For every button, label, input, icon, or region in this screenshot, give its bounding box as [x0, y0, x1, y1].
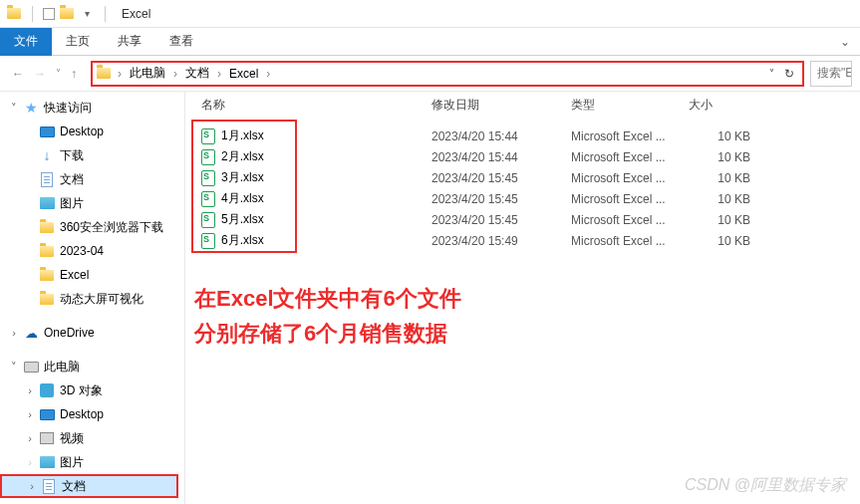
- folder-icon[interactable]: [6, 6, 22, 22]
- folder-icon: [38, 218, 56, 236]
- breadcrumb-sep[interactable]: ›: [115, 67, 125, 81]
- star-icon: ★: [22, 99, 40, 117]
- sidebar-documents[interactable]: 文档: [0, 167, 184, 191]
- sidebar-this-pc[interactable]: ˅ 此电脑: [0, 355, 184, 378]
- file-size: 10 KB: [689, 129, 768, 143]
- folder-icon: [38, 290, 56, 308]
- window-title: Excel: [118, 7, 150, 21]
- ribbon-tabs: 文件 主页 共享 查看 ⌄: [0, 28, 860, 56]
- picture-icon: [38, 453, 56, 471]
- sidebar-label: 图片: [58, 195, 84, 212]
- file-date: 2023/4/20 15:44: [431, 150, 571, 164]
- sidebar-pc-documents[interactable]: › 文档: [0, 474, 178, 498]
- breadcrumb-sep[interactable]: ›: [170, 67, 180, 81]
- sidebar-desktop[interactable]: Desktop: [0, 120, 184, 143]
- picture-icon: [38, 194, 56, 212]
- navigation-pane: ˅ ★ 快速访问 Desktop ↓ 下载 文档 图片 360安全浏览器下载: [0, 92, 185, 504]
- up-button[interactable]: ↑: [71, 67, 77, 81]
- divider: [105, 6, 106, 22]
- sidebar-folder-360[interactable]: 360安全浏览器下载: [0, 215, 184, 239]
- titlebar: ▾ Excel: [0, 0, 860, 28]
- tab-share[interactable]: 共享: [104, 28, 155, 56]
- col-size[interactable]: 大小: [689, 97, 768, 114]
- excel-icon: [201, 212, 215, 228]
- col-date[interactable]: 修改日期: [431, 97, 571, 114]
- file-size: 10 KB: [689, 192, 768, 206]
- file-date: 2023/4/20 15:49: [431, 234, 571, 248]
- file-type: Microsoft Excel ...: [571, 150, 689, 164]
- refresh-icon[interactable]: ↻: [784, 67, 794, 81]
- sidebar-label: 下载: [58, 147, 84, 164]
- expand-icon[interactable]: ›: [24, 384, 36, 396]
- address-bar[interactable]: › 此电脑 › 文档 › Excel › ˅ ↻: [91, 61, 804, 87]
- back-button[interactable]: ←: [12, 67, 24, 81]
- file-date: 2023/4/20 15:45: [431, 171, 571, 185]
- sidebar-folder-date[interactable]: 2023-04: [0, 239, 184, 263]
- collapse-icon[interactable]: ˅: [8, 102, 20, 115]
- sidebar-folder-excel[interactable]: Excel: [0, 263, 184, 287]
- sidebar-onedrive[interactable]: › ☁ OneDrive: [0, 321, 184, 345]
- excel-icon: [201, 128, 215, 144]
- sidebar-label: 文档: [60, 478, 86, 495]
- sidebar-label: 文档: [58, 171, 84, 188]
- sidebar-label: Excel: [58, 268, 89, 282]
- breadcrumb-item[interactable]: 文档: [182, 65, 212, 82]
- breadcrumb-sep[interactable]: ›: [263, 67, 273, 81]
- sidebar-pc-desktop[interactable]: › Desktop: [0, 402, 184, 426]
- cloud-icon: ☁: [22, 324, 40, 342]
- breadcrumb-item[interactable]: Excel: [226, 67, 261, 81]
- dropdown-icon[interactable]: ˅: [769, 68, 774, 79]
- excel-icon: [201, 149, 215, 165]
- expand-icon[interactable]: ›: [24, 456, 36, 468]
- divider: [32, 6, 33, 22]
- folder-icon: [97, 68, 111, 79]
- forward-button[interactable]: →: [34, 67, 46, 81]
- sidebar-label: OneDrive: [42, 326, 95, 340]
- folder-icon: [38, 266, 56, 284]
- tab-view[interactable]: 查看: [155, 28, 207, 56]
- sidebar-folder-viz[interactable]: 动态大屏可视化: [0, 287, 184, 311]
- collapse-icon[interactable]: ˅: [8, 361, 20, 374]
- expand-icon[interactable]: ›: [24, 408, 36, 420]
- sidebar-pc-pictures[interactable]: › 图片: [0, 450, 184, 474]
- expand-icon[interactable]: ›: [8, 327, 20, 339]
- folder-icon: [38, 242, 56, 260]
- file-date: 2023/4/20 15:44: [431, 129, 571, 143]
- excel-icon: [201, 233, 215, 249]
- document-icon: [40, 477, 58, 495]
- sidebar-pictures[interactable]: 图片: [0, 191, 184, 215]
- sidebar-quick-access[interactable]: ˅ ★ 快速访问: [0, 96, 184, 120]
- ribbon-expand-icon[interactable]: ⌄: [840, 35, 850, 49]
- sidebar-label: 视频: [58, 430, 84, 447]
- tab-home[interactable]: 主页: [52, 28, 104, 56]
- sidebar-videos[interactable]: › 视频: [0, 426, 184, 450]
- desktop-icon: [38, 123, 56, 140]
- col-type[interactable]: 类型: [571, 97, 689, 114]
- col-name[interactable]: 名称: [185, 97, 431, 114]
- file-type: Microsoft Excel ...: [571, 234, 689, 248]
- sidebar-3d-objects[interactable]: › 3D 对象: [0, 378, 184, 402]
- expand-icon[interactable]: ›: [26, 480, 38, 492]
- file-type: Microsoft Excel ...: [571, 213, 689, 227]
- new-folder-icon[interactable]: [59, 6, 75, 22]
- breadcrumb-item[interactable]: 此电脑: [127, 65, 168, 82]
- breadcrumb: › 此电脑 › 文档 › Excel ›: [115, 65, 273, 82]
- search-input[interactable]: 搜索"E: [810, 61, 852, 87]
- annotation-line: 分别存储了6个月销售数据: [194, 316, 461, 351]
- dropdown-icon[interactable]: ▾: [79, 6, 95, 22]
- excel-icon: [201, 170, 215, 186]
- sidebar-label: 此电脑: [42, 359, 80, 376]
- excel-icon: [201, 191, 215, 207]
- recent-dropdown[interactable]: ˅: [56, 68, 61, 79]
- quick-access-toolbar: ▾: [0, 6, 118, 22]
- sidebar-label: 图片: [58, 454, 84, 471]
- properties-icon[interactable]: [43, 8, 55, 20]
- breadcrumb-sep[interactable]: ›: [214, 67, 224, 81]
- sidebar-downloads[interactable]: ↓ 下载: [0, 143, 184, 167]
- tab-file[interactable]: 文件: [0, 28, 52, 56]
- document-icon: [38, 170, 56, 188]
- search-placeholder: 搜索"E: [817, 65, 852, 82]
- sidebar-label: Desktop: [58, 125, 104, 138]
- expand-icon[interactable]: ›: [24, 432, 36, 444]
- sidebar-label: 快速访问: [42, 100, 92, 117]
